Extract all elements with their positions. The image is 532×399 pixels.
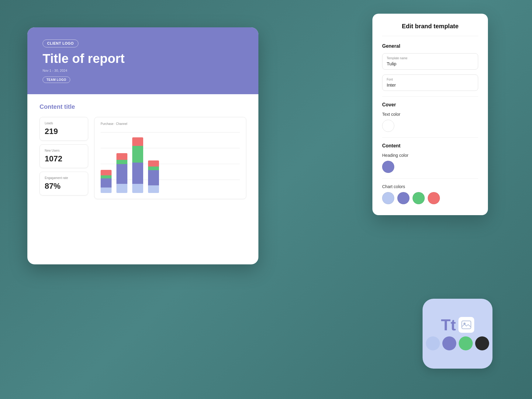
metric-card-engagement: Engagament rate 87%	[40, 172, 88, 195]
bar-seg-main-3	[132, 163, 143, 184]
metric-value-users: 1072	[45, 154, 83, 163]
widget-color-4	[475, 336, 489, 350]
bar-group-4	[148, 160, 159, 193]
metric-label-engagement: Engagament rate	[45, 176, 83, 180]
bar-group-1	[101, 170, 112, 193]
bar-seg-light-4	[148, 185, 159, 193]
bar-seg-green-4	[148, 167, 159, 170]
bar-seg-red-3	[132, 137, 143, 146]
bar-seg-red-4	[148, 160, 159, 167]
widget-top: Tt	[441, 317, 474, 333]
metric-value-engagement: 87%	[45, 181, 83, 191]
metrics-chart-row: Leads 219 New Users 1072 Engagament rate…	[40, 117, 246, 199]
bar-seg-main-2	[116, 164, 127, 184]
stacked-bar-4	[148, 160, 159, 193]
chart-color-swatch-4[interactable]	[428, 192, 440, 204]
font-field-group: Font Inter	[382, 74, 478, 91]
report-title: Title of report	[43, 52, 243, 66]
font-value: Inter	[387, 82, 474, 88]
template-name-field-group: Template name Tulip	[382, 53, 478, 70]
heading-color-row	[382, 161, 478, 173]
bar-seg-green-3	[132, 146, 143, 163]
brand-icon-widget: Tt	[423, 299, 492, 369]
font-field[interactable]: Font Inter	[382, 74, 478, 91]
stacked-bar-3	[132, 137, 143, 193]
divider-1	[382, 96, 478, 97]
divider-3	[382, 178, 478, 179]
section-label-general: General	[382, 43, 478, 49]
metric-label-leads: Leads	[45, 122, 83, 125]
panel-title: Edit brand template	[382, 23, 478, 36]
bar-seg-green-2	[116, 160, 127, 164]
bar-group-3	[132, 137, 143, 193]
svg-rect-0	[462, 321, 471, 329]
bar-seg-red-2	[116, 153, 127, 160]
heading-color-label: Heading color	[382, 153, 478, 158]
report-cover: CLIENT LOGO Title of report Nov 1 - 30, …	[27, 27, 258, 94]
content-title: Content title	[40, 103, 246, 110]
divider-2	[382, 137, 478, 138]
report-card: CLIENT LOGO Title of report Nov 1 - 30, …	[27, 27, 258, 264]
metrics-col: Leads 219 New Users 1072 Engagament rate…	[40, 117, 88, 195]
metric-value-leads: 219	[45, 127, 83, 136]
bar-seg-main-4	[148, 170, 159, 185]
cover-text-color-swatch[interactable]	[382, 120, 394, 132]
stacked-bar-1	[101, 170, 112, 193]
bar-seg-red-1	[101, 170, 112, 175]
chart-card: Purchase · Channel	[94, 117, 246, 199]
widget-colors	[426, 336, 489, 350]
report-content: Content title Leads 219 New Users 1072 E…	[27, 94, 258, 208]
template-name-value: Tulip	[387, 61, 474, 66]
edit-panel: Edit brand template General Template nam…	[372, 14, 488, 215]
heading-color-swatch[interactable]	[382, 161, 394, 173]
metric-card-users: New Users 1072	[40, 144, 88, 168]
chart-color-swatch-1[interactable]	[382, 192, 394, 204]
chart-colors-row	[382, 192, 478, 204]
widget-image-icon	[458, 317, 474, 333]
team-logo-badge: TEAM LOGO	[43, 77, 70, 83]
cover-text-color-row	[382, 120, 478, 132]
template-name-field[interactable]: Template name Tulip	[382, 53, 478, 70]
bar-seg-light-2	[116, 184, 127, 193]
bar-seg-green-1	[101, 175, 112, 178]
bar-group-2	[116, 153, 127, 193]
widget-tt-text: Tt	[441, 317, 456, 333]
text-color-label: Text color	[382, 112, 478, 117]
bar-seg-light-3	[132, 184, 143, 193]
template-name-label: Template name	[387, 57, 474, 60]
section-label-content: Content	[382, 143, 478, 149]
font-label: Font	[387, 78, 474, 81]
metric-card-leads: Leads 219	[40, 117, 88, 141]
chart-color-swatch-3[interactable]	[413, 192, 425, 204]
report-date: Nov 1 - 30, 2024	[43, 69, 243, 72]
section-label-cover: Cover	[382, 102, 478, 108]
stacked-bar-2	[116, 153, 127, 193]
bar-seg-light-1	[101, 187, 112, 193]
metric-label-users: New Users	[45, 149, 83, 152]
chart-color-swatch-2[interactable]	[397, 192, 409, 204]
chart-title: Purchase · Channel	[101, 122, 240, 126]
widget-color-1	[426, 336, 440, 350]
chart-area	[101, 129, 240, 193]
client-logo-badge: CLIENT LOGO	[43, 40, 78, 47]
widget-color-2	[442, 336, 456, 350]
chart-colors-label: Chart colors	[382, 184, 478, 189]
widget-color-3	[459, 336, 473, 350]
bar-seg-main-1	[101, 178, 112, 187]
